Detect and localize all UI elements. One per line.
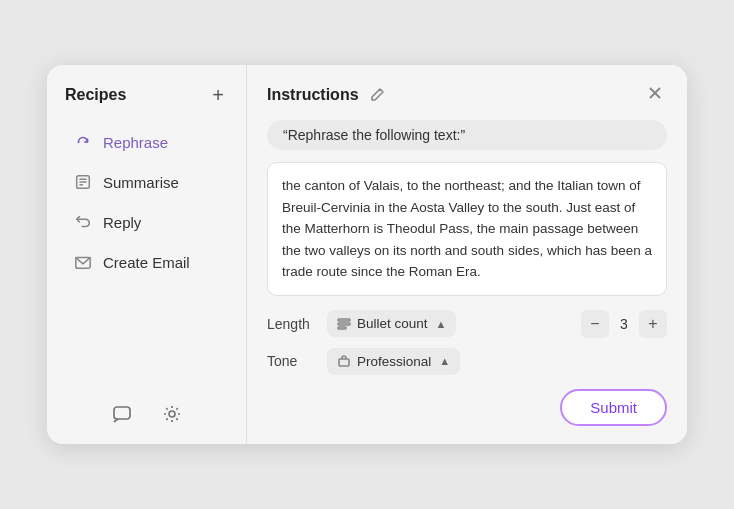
svg-rect-5 [114,407,130,419]
sidebar-item-create-email-label: Create Email [103,254,190,271]
length-option-label: Bullet count [357,316,428,331]
panel-header: Instructions [267,83,667,106]
length-dropdown[interactable]: Bullet count ▲ [327,310,456,337]
rephrase-icon [73,132,93,152]
bullet-count-icon [337,317,351,331]
minus-icon: − [590,315,599,333]
svg-rect-10 [338,319,350,321]
sidebar-item-reply-label: Reply [103,214,141,231]
counter-increase-button[interactable]: + [639,310,667,338]
submit-button[interactable]: Submit [560,389,667,426]
create-email-icon [73,252,93,272]
length-label: Length [267,316,319,332]
sidebar-items-list: Rephrase Summarise [47,123,246,390]
app-window: Recipes + Rephrase [47,65,687,444]
svg-point-7 [169,411,175,417]
settings-button[interactable] [158,400,186,428]
sidebar-title: Recipes [65,86,126,104]
panel-title: Instructions [267,86,359,104]
svg-rect-13 [339,359,349,366]
submit-row: Submit [267,389,667,426]
edit-instructions-button[interactable] [367,85,387,105]
sidebar-item-summarise[interactable]: Summarise [55,163,238,201]
length-controls-row: Length Bullet count ▲ − 3 + [267,310,667,338]
svg-rect-11 [338,323,350,325]
summarise-icon [73,172,93,192]
tone-chevron-up-icon: ▲ [439,355,450,367]
tone-label: Tone [267,353,319,369]
svg-line-6 [114,419,118,422]
edit-icon [369,87,385,103]
sidebar-header: Recipes + [47,83,246,123]
sidebar-item-reply[interactable]: Reply [55,203,238,241]
chat-icon [112,404,132,424]
main-panel: Instructions “Rephrase the following tex… [247,65,687,444]
close-icon [647,85,663,101]
body-text[interactable]: the canton of Valais, to the northeast; … [267,162,667,296]
sidebar-item-rephrase[interactable]: Rephrase [55,123,238,161]
svg-rect-12 [338,327,346,329]
tone-dropdown[interactable]: Professional ▲ [327,348,460,375]
counter-value: 3 [617,316,631,332]
panel-header-left: Instructions [267,85,387,105]
tone-option-label: Professional [357,354,431,369]
professional-icon [337,354,351,368]
sidebar-item-create-email[interactable]: Create Email [55,243,238,281]
settings-icon [162,404,182,424]
plus-icon: + [648,315,657,333]
add-recipe-button[interactable]: + [208,83,228,107]
length-chevron-up-icon: ▲ [436,318,447,330]
chat-button[interactable] [108,400,136,428]
tone-controls-row: Tone Professional ▲ [267,348,667,375]
sidebar-item-summarise-label: Summarise [103,174,179,191]
instruction-pill: “Rephrase the following text:” [267,120,667,150]
sidebar: Recipes + Rephrase [47,65,247,444]
counter-control: − 3 + [581,310,667,338]
sidebar-footer [47,390,246,430]
reply-icon [73,212,93,232]
counter-decrease-button[interactable]: − [581,310,609,338]
sidebar-item-rephrase-label: Rephrase [103,134,168,151]
close-button[interactable] [643,83,667,106]
